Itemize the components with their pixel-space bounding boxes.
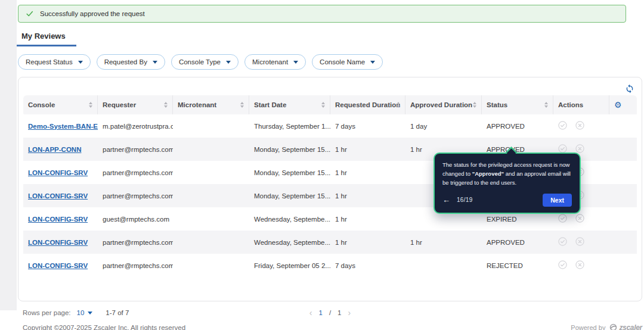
chevron-down-icon xyxy=(153,61,157,64)
cell-requester: partner@rmptechs.com xyxy=(98,138,173,161)
filter-console-type[interactable]: Console Type xyxy=(171,54,239,70)
tour-step-counter: 16/19 xyxy=(457,197,473,203)
cell-requested_duration: 7 days xyxy=(330,254,405,277)
copyright-text: Copyright ©2007-2025 Zscaler Inc. All ri… xyxy=(23,324,185,330)
cell-settings xyxy=(609,161,637,184)
chevron-down-icon xyxy=(88,312,92,315)
chevron-down-icon xyxy=(78,61,83,64)
filter-microtenant[interactable]: Microtenant xyxy=(244,54,306,70)
table-row: Demo-System-BAN-ES-Hm.patel@zerotrustpra… xyxy=(23,114,637,138)
refresh-icon[interactable] xyxy=(625,84,634,94)
cell-requester: guest@rmptechs.com xyxy=(98,207,173,231)
console-link[interactable]: LON-CONFIG-SRV xyxy=(28,169,88,176)
table-toolbar xyxy=(23,82,637,95)
cell-microtenant xyxy=(173,114,249,138)
cell-approved_duration: 1 day xyxy=(405,114,482,138)
column-label: Requested Duration xyxy=(335,101,400,108)
filter-label: Requested By xyxy=(104,58,147,66)
filter-console-name[interactable]: Console Name xyxy=(312,54,383,70)
console-link[interactable]: LON-CONFIG-SRV xyxy=(28,239,88,246)
cell-console: LON-CONFIG-SRV xyxy=(23,184,98,207)
cell-start_date: Monday, September 15... xyxy=(249,184,330,207)
cell-console: LON-CONFIG-SRV xyxy=(23,161,98,184)
filter-label: Console Name xyxy=(320,58,365,66)
column-label: Status xyxy=(487,101,507,108)
gear-icon[interactable]: ⚙ xyxy=(614,100,622,110)
column-label: Approved Duration xyxy=(410,101,472,108)
column-header-approved_duration[interactable]: Approved Duration xyxy=(405,95,482,114)
cell-requested_duration: 1 hr xyxy=(330,138,405,161)
cell-start_date: Friday, September 05 2... xyxy=(249,254,330,277)
table-header-row: ConsoleRequesterMicrotenantStart DateReq… xyxy=(23,95,637,114)
sort-icon xyxy=(240,102,244,108)
approve-circle-icon[interactable] xyxy=(558,237,567,247)
reject-circle-icon[interactable] xyxy=(575,214,584,224)
next-button[interactable]: Next xyxy=(543,194,572,207)
console-link[interactable]: Demo-System-BAN-ES-H xyxy=(28,123,98,130)
column-header-status[interactable]: Status xyxy=(482,95,553,114)
column-header-requester[interactable]: Requester xyxy=(98,95,173,114)
column-settings-button[interactable]: ⚙ xyxy=(609,95,637,114)
approve-circle-icon[interactable] xyxy=(558,214,567,224)
current-page[interactable]: 1 xyxy=(318,309,322,316)
reject-circle-icon[interactable] xyxy=(575,260,584,270)
chevron-left-icon[interactable]: ‹ xyxy=(309,309,312,317)
column-header-start_date[interactable]: Start Date xyxy=(249,95,330,114)
cell-requested_duration: 1 hr xyxy=(330,184,405,207)
cell-settings xyxy=(609,254,637,277)
rows-per-page-select[interactable]: 10 xyxy=(77,309,93,316)
cell-microtenant xyxy=(173,254,249,277)
cell-settings xyxy=(609,231,637,254)
approve-circle-icon[interactable] xyxy=(558,260,567,270)
reject-circle-icon[interactable] xyxy=(575,121,584,131)
column-header-requested_duration[interactable]: Requested Duration xyxy=(330,95,405,114)
total-pages: 1 xyxy=(338,309,341,316)
chevron-down-icon xyxy=(370,61,375,64)
cell-settings xyxy=(609,138,637,161)
cell-requester: partner@rmptechs.com xyxy=(98,184,173,207)
table-row: LON-CONFIG-SRVpartner@rmptechs.comWednes… xyxy=(23,231,637,254)
cell-console: LON-CONFIG-SRV xyxy=(23,231,98,254)
sort-icon xyxy=(164,102,168,108)
cell-start_date: Wednesday, Septembe... xyxy=(249,207,330,231)
console-link[interactable]: LON-CONFIG-SRV xyxy=(28,216,88,223)
back-arrow-icon[interactable]: ← xyxy=(442,196,450,204)
column-label: Start Date xyxy=(254,101,286,108)
column-header-console[interactable]: Console xyxy=(23,95,98,114)
reject-circle-icon[interactable] xyxy=(575,237,584,247)
console-link[interactable]: LON-CONFIG-SRV xyxy=(28,192,88,200)
page-left-gutter xyxy=(0,0,17,310)
tooltip-bold-text: "Approved" xyxy=(472,170,504,177)
chevron-right-icon[interactable]: › xyxy=(348,309,351,317)
banner-message: Successfully approved the request xyxy=(40,10,145,17)
filter-label: Microtenant xyxy=(252,58,288,66)
console-link[interactable]: LON-APP-CONN xyxy=(28,146,81,153)
zscaler-logo-text: zscaler xyxy=(619,323,642,330)
cell-status: APPROVED xyxy=(482,114,553,138)
tooltip-footer: ← 16/19 Next xyxy=(442,194,572,207)
cell-status: REJECTED xyxy=(482,254,553,277)
success-banner: Successfully approved the request xyxy=(18,5,626,23)
cell-requested_duration: 7 days xyxy=(330,114,405,138)
column-label: Microtenant xyxy=(178,101,216,108)
table-row: LON-CONFIG-SRVpartner@rmptechs.comFriday… xyxy=(23,254,637,277)
sort-icon xyxy=(89,102,92,108)
cell-settings xyxy=(609,207,637,231)
chevron-down-icon xyxy=(226,61,231,64)
column-label: Requester xyxy=(103,101,136,108)
tab-my-reviews[interactable]: My Reviews xyxy=(17,30,76,46)
cell-actions xyxy=(553,231,609,254)
cell-console: LON-CONFIG-SRV xyxy=(23,207,98,231)
cell-requested_duration: 1 hr xyxy=(330,207,405,231)
cell-start_date: Monday, September 15... xyxy=(249,138,330,161)
sort-icon xyxy=(544,102,548,108)
filter-request-status[interactable]: Request Status xyxy=(18,54,91,70)
filter-requested-by[interactable]: Requested By xyxy=(97,54,165,70)
column-header-microtenant[interactable]: Microtenant xyxy=(173,95,249,114)
console-link[interactable]: LON-CONFIG-SRV xyxy=(28,262,88,269)
approve-circle-icon[interactable] xyxy=(558,121,567,131)
cell-requested_duration: 1 hr xyxy=(330,231,405,254)
cell-settings xyxy=(609,184,637,207)
sort-icon xyxy=(473,102,476,108)
chevron-down-icon xyxy=(293,61,298,64)
